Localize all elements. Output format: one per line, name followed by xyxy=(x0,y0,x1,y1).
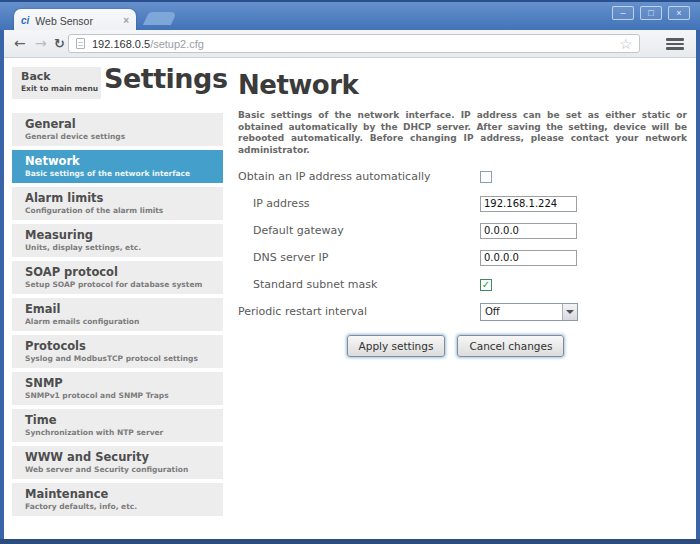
window-maximize-button[interactable]: □ xyxy=(640,6,662,20)
sidebar-item-soap-protocol[interactable]: SOAP protocolSetup SOAP protocol for dat… xyxy=(12,261,223,294)
window-minimize-button[interactable]: – xyxy=(612,6,634,20)
sidebar-item-network[interactable]: NetworkBasic settings of the network int… xyxy=(12,150,223,183)
sidebar-item-desc: Syslog and ModbusTCP protocol settings xyxy=(25,354,223,363)
browser-tab[interactable]: ci Web Sensor × xyxy=(14,9,136,32)
sidebar-item-label: Network xyxy=(25,154,223,168)
sidebar-item-snmp[interactable]: SNMPSNMPv1 protocol and SNMP Traps xyxy=(12,372,223,405)
field-label-periodic-restart-interval: Periodic restart interval xyxy=(238,305,480,318)
field-label-ip-address: IP address xyxy=(238,197,480,210)
field-control: Off xyxy=(480,303,687,321)
sidebar-item-label: Maintenance xyxy=(25,487,223,501)
form-row-dns-server-ip: DNS server IP xyxy=(238,244,687,271)
sidebar-item-www-and-security[interactable]: WWW and SecurityWeb server and Security … xyxy=(12,446,223,479)
new-tab-button[interactable] xyxy=(143,12,177,25)
back-button-label: Back xyxy=(21,70,101,83)
form-row-periodic-restart-interval: Periodic restart intervalOff xyxy=(238,298,687,325)
browser-menu-icon[interactable] xyxy=(666,38,684,50)
sidebar-item-desc: Setup SOAP protocol for database system xyxy=(25,280,223,289)
page-title: Network xyxy=(238,70,687,100)
select-value: Off xyxy=(481,306,562,317)
sidebar-item-desc: General device settings xyxy=(25,132,223,141)
tab-close-icon[interactable]: × xyxy=(123,15,129,26)
refresh-icon[interactable]: ↻ xyxy=(54,36,65,52)
form-row-default-gateway: Default gateway xyxy=(238,217,687,244)
window-controls: – □ × xyxy=(612,6,690,20)
checkbox-obtain-an-ip-address-automatically[interactable] xyxy=(480,171,492,183)
field-control xyxy=(480,171,687,183)
tab-title: Web Sensor xyxy=(35,15,123,27)
input-dns-server-ip[interactable] xyxy=(480,250,577,266)
back-button-sublabel: Exit to main menu xyxy=(21,84,101,93)
sidebar-item-label: Measuring xyxy=(25,228,223,242)
settings-title: Settings xyxy=(104,63,226,94)
field-control: ✓ xyxy=(480,279,687,291)
input-default-gateway[interactable] xyxy=(480,223,577,239)
sidebar-item-label: Email xyxy=(25,302,223,316)
sidebar-item-email[interactable]: EmailAlarm emails configuration xyxy=(12,298,223,331)
field-label-default-gateway: Default gateway xyxy=(238,224,480,237)
form-buttons: Apply settings Cancel changes xyxy=(238,335,687,357)
input-ip-address[interactable] xyxy=(480,196,577,212)
sidebar-item-desc: Web server and Security configuration xyxy=(25,465,223,474)
field-label-dns-server-ip: DNS server IP xyxy=(238,251,480,264)
sidebar-item-label: WWW and Security xyxy=(25,450,223,464)
forward-nav-icon: → xyxy=(35,35,47,51)
sidebar-item-maintenance[interactable]: MaintenanceFactory defaults, info, etc. xyxy=(12,483,223,516)
browser-navbar: ← → ↻ 192.168.0.5/setup2.cfg ☆ xyxy=(4,30,696,58)
url-path: /setup2.cfg xyxy=(150,38,204,50)
browser-window: ci Web Sensor × – □ × ← → ↻ 192.168.0.5/… xyxy=(0,0,700,544)
field-control xyxy=(480,223,687,239)
sidebar-item-desc: Synchronization with NTP server xyxy=(25,428,223,437)
cancel-changes-button[interactable]: Cancel changes xyxy=(457,335,564,357)
form-row-ip-address: IP address xyxy=(238,190,687,217)
sidebar-item-alarm-limits[interactable]: Alarm limitsConfiguration of the alarm l… xyxy=(12,187,223,220)
network-form: Obtain an IP address automaticallyIP add… xyxy=(238,163,687,325)
page-description: Basic settings of the network interface.… xyxy=(238,110,687,156)
form-row-obtain-an-ip-address-automatically: Obtain an IP address automatically xyxy=(238,163,687,190)
sidebar-item-desc: Basic settings of the network interface xyxy=(25,169,223,178)
sidebar-item-label: Protocols xyxy=(25,339,223,353)
window-close-button[interactable]: × xyxy=(668,6,690,20)
apply-settings-button[interactable]: Apply settings xyxy=(347,335,446,357)
sidebar-item-desc: SNMPv1 protocol and SNMP Traps xyxy=(25,391,223,400)
url-host: 192.168.0.5 xyxy=(92,38,150,50)
sidebar-item-desc: Factory defaults, info, etc. xyxy=(25,502,223,511)
field-control xyxy=(480,250,687,266)
checkbox-standard-subnet-mask[interactable]: ✓ xyxy=(480,279,492,291)
sidebar-item-time[interactable]: TimeSynchronization with NTP server xyxy=(12,409,223,442)
browser-titlebar: ci Web Sensor × – □ × xyxy=(0,0,700,30)
address-bar[interactable]: 192.168.0.5/setup2.cfg ☆ xyxy=(68,34,640,53)
field-label-standard-subnet-mask: Standard subnet mask xyxy=(238,278,480,291)
sidebar-item-label: Alarm limits xyxy=(25,191,223,205)
select-periodic-restart-interval[interactable]: Off xyxy=(480,303,578,321)
sidebar-item-label: SNMP xyxy=(25,376,223,390)
sidebar-item-general[interactable]: GeneralGeneral device settings xyxy=(12,113,223,146)
field-label-obtain-an-ip-address-automatically: Obtain an IP address automatically xyxy=(238,170,480,183)
sidebar-item-desc: Units, display settings, etc. xyxy=(25,243,223,252)
field-control xyxy=(480,196,687,212)
sidebar-item-desc: Configuration of the alarm limits xyxy=(25,206,223,215)
back-nav-icon[interactable]: ← xyxy=(14,35,26,51)
form-row-standard-subnet-mask: Standard subnet mask✓ xyxy=(238,271,687,298)
dropdown-arrow-icon[interactable] xyxy=(562,304,577,320)
sidebar-item-label: General xyxy=(25,117,223,131)
settings-menu: GeneralGeneral device settingsNetworkBas… xyxy=(12,113,223,520)
back-button[interactable]: Back Exit to main menu xyxy=(12,67,101,99)
comet-logo-icon: ci xyxy=(21,15,29,26)
sidebar-item-label: SOAP protocol xyxy=(25,265,223,279)
sidebar-item-desc: Alarm emails configuration xyxy=(25,317,223,326)
page-document-icon xyxy=(76,38,85,49)
page-content: Back Exit to main menu Settings GeneralG… xyxy=(4,58,696,539)
sidebar-item-measuring[interactable]: MeasuringUnits, display settings, etc. xyxy=(12,224,223,257)
main-panel: Network Basic settings of the network in… xyxy=(238,58,687,357)
window-bottom-border xyxy=(0,539,700,544)
sidebar-item-label: Time xyxy=(25,413,223,427)
bookmark-star-icon[interactable]: ☆ xyxy=(619,37,632,51)
sidebar-item-protocols[interactable]: ProtocolsSyslog and ModbusTCP protocol s… xyxy=(12,335,223,368)
